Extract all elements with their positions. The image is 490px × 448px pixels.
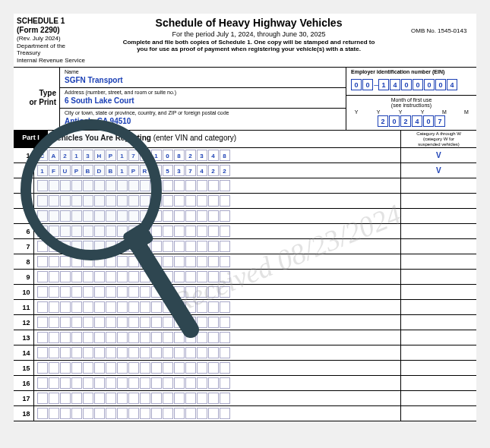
vin-char-box [140,301,150,313]
vin-char-box [83,408,93,419]
vin-char-box [174,332,185,343]
vin-char-box [71,347,82,358]
address-value: 6 South Lake Court [65,96,341,105]
vin-char-box [140,195,150,207]
vin-char-box [37,408,48,419]
ein-digit: 0 [424,79,435,90]
vin-char-box [208,332,219,343]
vin-char-box [208,271,219,282]
ein-digit: 0 [401,79,412,90]
vin-char-box [208,408,219,419]
vin-char-box [83,256,93,267]
vin-char-box [83,241,93,252]
vin-char-box [117,317,128,328]
vin-char-box [106,271,116,282]
vin-char-box [128,271,139,282]
vin-char-box [220,317,230,328]
dept-line-2: Internal Revenue Service [17,57,90,65]
vin-char-box [49,210,59,222]
vin-cell [33,270,400,285]
row-number: 13 [14,330,33,345]
vin-char-box: P [128,165,139,176]
form-container: SCHEDULE 1 (Form 2290) (Rev. July 2024) … [14,14,476,421]
vin-char-box [106,301,116,313]
vin-char-box [37,332,48,343]
vin-char-box [37,271,48,282]
vin-char-box [208,195,219,207]
row-number: 5 [14,209,33,224]
vin-char-box [185,286,196,298]
vin-char-box [185,362,196,374]
vin-char-box [197,377,207,389]
dept-line-1: Department of the Treasury [17,43,90,57]
header-left: SCHEDULE 1 (Form 2290) (Rev. July 2024) … [14,14,90,67]
vin-cell: 1FUPBDB1PR5537422 [33,163,400,178]
vin-char-box [220,301,230,313]
vin-char-box: R [140,165,150,176]
category-cell [400,194,476,209]
instr-2: you for use as proof of payment when reg… [94,46,403,53]
table-row: 10 [14,285,476,300]
vin-char-box: 7 [128,150,139,161]
vin-char-box [106,408,116,419]
vin-char-box [83,271,93,282]
vin-char-box [37,393,48,404]
row-number: 18 [14,406,33,421]
address-block: Address (number, street, and room or sui… [60,88,346,109]
vin-char-box [197,362,207,374]
vin-char-box [197,210,207,222]
vin-char-box [71,210,82,222]
vin-char-box [197,241,207,252]
vin-char-box [151,226,162,237]
vin-char-box [208,286,219,298]
revision: (Rev. July 2024) [17,35,90,43]
vin-char-box [60,210,71,222]
vin-char-box [151,210,162,222]
row-number: 12 [14,315,33,330]
vin-char-box [60,362,71,374]
vin-char-box [60,347,71,358]
category-cell [400,300,476,315]
vin-char-box [163,317,173,328]
vin-char-box [128,347,139,358]
category-cell: V [400,163,476,178]
vin-char-box: 8 [174,150,185,161]
info-right: Employer identification number (EIN) 00–… [346,68,476,130]
vin-char-box [140,271,150,282]
vin-char-box [106,377,116,389]
vin-cell [33,209,400,224]
vin-char-box [197,180,207,191]
vin-char-box [220,377,230,389]
vin-char-box [83,180,93,191]
month-digits: 202407 [351,115,472,127]
vin-char-box [128,256,139,267]
vin-char-box [71,241,82,252]
vin-char-box: B [83,165,93,176]
vin-char-box: 1 [117,165,128,176]
vin-cell [33,361,400,376]
part-title: Vehicles You Are Reporting (enter VIN an… [48,131,400,147]
vin-char-box [128,226,139,237]
category-cell [400,209,476,224]
vin-char-box [117,301,128,313]
vin-char-box: 8 [220,150,230,161]
vin-char-box [151,286,162,298]
vin-char-box [174,286,185,298]
vin-char-box [37,347,48,358]
form-title: Schedule of Heavy Highway Vehicles [94,17,403,30]
row-number: 3 [14,178,33,194]
vin-char-box: H [94,150,105,161]
name-block: Name SGFN Transport [60,68,346,88]
header-right: OMB No. 1545-0143 [408,14,476,67]
vin-char-box: 3 [174,165,185,176]
vin-char-box [71,271,82,282]
vin-cell [33,224,400,239]
vin-char-box [128,301,139,313]
vin-char-box [151,317,162,328]
vin-char-box [94,347,105,358]
vin-char-box [151,362,162,374]
vin-char-box [174,180,185,191]
vin-char-box [174,362,185,374]
vin-char-box [197,332,207,343]
vin-char-box [83,286,93,298]
